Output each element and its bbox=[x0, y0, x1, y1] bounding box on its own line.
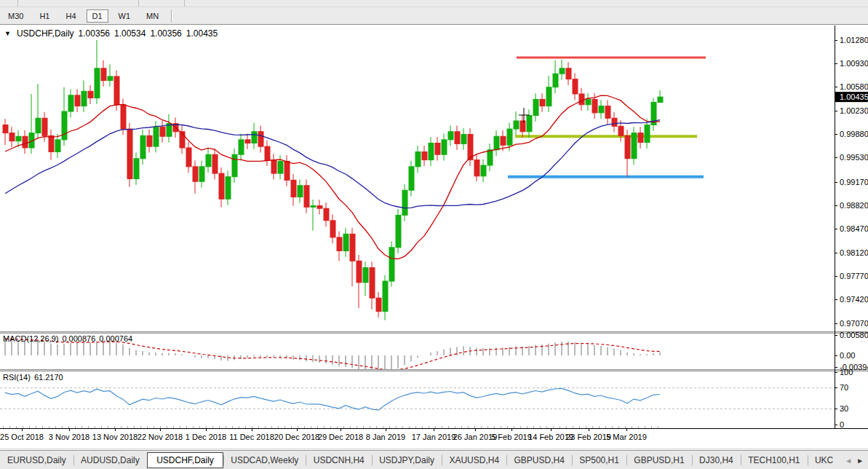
price-tick-label: 0.98820 bbox=[840, 201, 868, 210]
rsi-name: RSI(14) bbox=[3, 373, 31, 382]
chart-tab-bar: EURUSD,DailyAUDUSD,DailyUSDCHF,DailyUSDC… bbox=[0, 450, 868, 469]
macd-indicator-label: MACD(12,26,9) 0.000876 0.000764 bbox=[3, 334, 132, 343]
toolbar-remnant-strip bbox=[0, 0, 868, 7]
candles-layer bbox=[3, 40, 663, 320]
ohlc-close: 1.00435 bbox=[186, 28, 218, 39]
chart-title: ▼ USDCHF,Daily 1.00356 1.00534 1.00356 1… bbox=[4, 28, 218, 39]
timeframe-button-d1[interactable]: D1 bbox=[87, 9, 108, 23]
price-tick-label: 0.97770 bbox=[840, 272, 868, 280]
ohlc-open: 1.00356 bbox=[79, 28, 110, 39]
tab-eurusd-daily[interactable]: EURUSD,Daily bbox=[0, 452, 73, 468]
price-tick-label: 0.99530 bbox=[840, 153, 868, 162]
rsi-scale-label: 70 bbox=[840, 383, 848, 392]
date-tick-label: 5 Mar 2019 bbox=[606, 433, 647, 441]
ohlc-low: 1.00356 bbox=[150, 28, 181, 39]
rsi-line bbox=[5, 388, 660, 410]
macd-name: MACD(12,26,9) bbox=[3, 334, 58, 343]
price-axis: 1.012801.009301.005801.002300.998800.995… bbox=[835, 36, 868, 328]
tab-gbpusd-h1[interactable]: GBPUSD,H1 bbox=[626, 452, 691, 468]
rsi-pane bbox=[0, 388, 835, 411]
date-tick-label: 3 Nov 2018 bbox=[49, 433, 89, 441]
date-tick-label: 13 Nov 2018 bbox=[92, 433, 138, 441]
pane-splitter[interactable] bbox=[0, 369, 868, 371]
tab-dj30-h4[interactable]: DJ30,H4 bbox=[692, 452, 741, 468]
indicator-scales: 0.0058020.00-0.00394510070300 bbox=[835, 331, 868, 428]
svg-text:1.00435: 1.00435 bbox=[840, 92, 868, 101]
tab-audusd-daily[interactable]: AUDUSD,Daily bbox=[73, 452, 147, 468]
timeframe-button-w1[interactable]: W1 bbox=[113, 9, 137, 23]
date-tick-label: 29 Dec 2018 bbox=[318, 433, 363, 441]
current-price-badge: 1.00435 bbox=[835, 92, 868, 102]
date-tick-label: 1 Dec 2018 bbox=[186, 433, 226, 441]
tab-sp500-h1[interactable]: SP500,H1 bbox=[572, 452, 626, 468]
tab-ukc[interactable]: UKC bbox=[808, 452, 840, 468]
toolbar-separator bbox=[171, 9, 172, 23]
timeframe-toolbar: M30H1H4D1W1MN bbox=[0, 7, 868, 25]
price-tick-label: 1.00930 bbox=[840, 59, 868, 68]
ma-slow-line bbox=[5, 120, 660, 208]
price-tick-label: 1.00230 bbox=[840, 106, 868, 115]
rsi-scale-label: 0 bbox=[840, 420, 844, 429]
tab-scroll-right-icon[interactable]: ► bbox=[856, 457, 864, 465]
toolbar-separator bbox=[138, 0, 139, 7]
chart-dropdown-icon[interactable]: ▼ bbox=[4, 30, 11, 37]
macd-scale-label: 0.005802 bbox=[840, 331, 868, 339]
macd-pane bbox=[5, 339, 660, 373]
date-tick-label: 25 Oct 2018 bbox=[0, 433, 44, 441]
pane-splitter[interactable] bbox=[0, 331, 868, 334]
tab-scroll-controls: ◄ ► bbox=[840, 457, 868, 465]
mt4-terminal: M30H1H4D1W1MN 1.012801.009301.005801.002… bbox=[0, 0, 868, 469]
tab-gbpusd-h4[interactable]: GBPUSD,H4 bbox=[506, 452, 571, 468]
price-tick-label: 1.00580 bbox=[840, 82, 868, 91]
tab-usdchf-daily[interactable]: USDCHF,Daily bbox=[147, 452, 223, 468]
toolbar-separator bbox=[184, 0, 185, 7]
tab-usdcnh-h4[interactable]: USDCNH,H4 bbox=[306, 452, 372, 468]
tab-usdcad-weekly[interactable]: USDCAD,Weekly bbox=[223, 452, 306, 468]
tab-usdjpy-daily[interactable]: USDJPY,Daily bbox=[372, 452, 442, 468]
macd-signal-value: 0.000764 bbox=[99, 334, 132, 343]
date-tick-label: 23 Feb 2019 bbox=[566, 433, 611, 441]
price-tick-label: 1.01280 bbox=[840, 36, 868, 44]
date-tick-label: 20 Dec 2018 bbox=[274, 433, 319, 441]
tab-scroll-left-icon[interactable]: ◄ bbox=[845, 457, 852, 465]
price-tick-label: 0.98470 bbox=[840, 224, 868, 233]
ohlc-high: 1.00534 bbox=[114, 28, 146, 39]
macd-main-value: 0.000876 bbox=[62, 334, 95, 343]
price-tick-label: 0.97420 bbox=[840, 295, 868, 304]
date-tick-label: 17 Jan 2019 bbox=[412, 433, 456, 441]
price-chart-canvas[interactable]: 1.012801.009301.005801.002300.998800.995… bbox=[0, 25, 868, 448]
price-tick-label: 0.99170 bbox=[840, 178, 868, 186]
price-tick-label: 0.99880 bbox=[840, 130, 868, 138]
rsi-scale-label: 30 bbox=[840, 404, 848, 413]
chart-window: 1.012801.009301.005801.002300.998800.995… bbox=[0, 25, 868, 448]
date-tick-label: 22 Nov 2018 bbox=[138, 433, 183, 441]
rsi-value: 61.2170 bbox=[34, 373, 63, 382]
tab-tech100-h1[interactable]: TECH100,H1 bbox=[741, 452, 807, 468]
timeframe-button-h4[interactable]: H4 bbox=[60, 9, 81, 23]
rsi-indicator-label: RSI(14) 61.2170 bbox=[3, 373, 63, 382]
timeframe-button-m30[interactable]: M30 bbox=[2, 9, 29, 23]
chart-symbol-label: USDCHF,Daily bbox=[17, 28, 74, 39]
macd-scale-label: 0.00 bbox=[840, 351, 855, 360]
date-tick-label: 11 Dec 2018 bbox=[229, 433, 274, 441]
main-pane bbox=[3, 40, 706, 320]
price-tick-label: 0.97070 bbox=[840, 319, 868, 328]
timeframe-button-h1[interactable]: H1 bbox=[33, 9, 55, 23]
timeframe-button-mn[interactable]: MN bbox=[140, 9, 164, 23]
tab-xauusd-h4[interactable]: XAUUSD,H4 bbox=[442, 452, 506, 468]
date-tick-label: 5 Feb 2019 bbox=[491, 433, 532, 441]
price-tick-label: 0.98120 bbox=[840, 248, 868, 257]
toolbar-separator bbox=[17, 0, 18, 7]
rsi-scale-label: 100 bbox=[840, 368, 853, 377]
date-tick-label: 8 Jan 2019 bbox=[366, 433, 405, 441]
